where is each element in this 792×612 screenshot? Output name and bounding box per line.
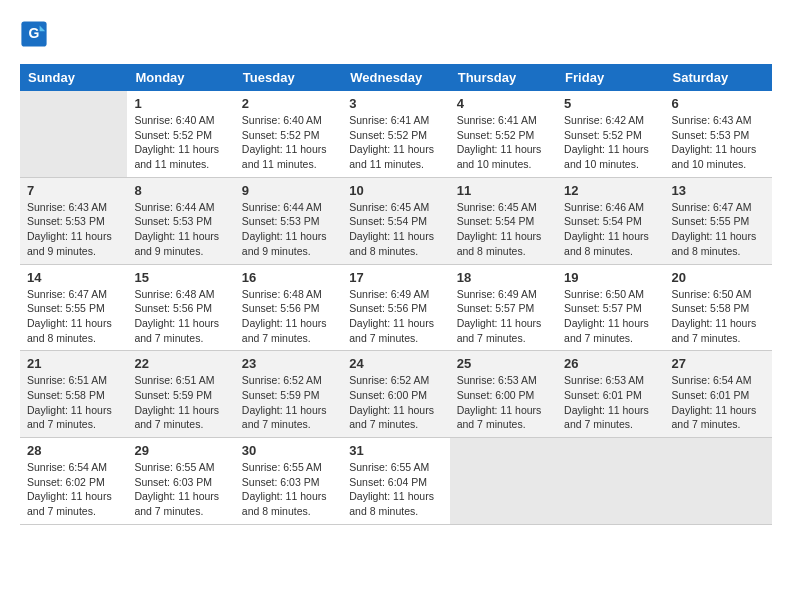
calendar-row-2: 7Sunrise: 6:43 AMSunset: 5:53 PMDaylight… (20, 177, 772, 264)
day-info: Sunrise: 6:55 AMSunset: 6:04 PMDaylight:… (349, 460, 442, 519)
day-number: 19 (564, 270, 657, 285)
day-info: Sunrise: 6:45 AMSunset: 5:54 PMDaylight:… (457, 200, 550, 259)
calendar-cell: 18Sunrise: 6:49 AMSunset: 5:57 PMDayligh… (450, 264, 557, 351)
calendar-cell: 17Sunrise: 6:49 AMSunset: 5:56 PMDayligh… (342, 264, 449, 351)
calendar-cell: 20Sunrise: 6:50 AMSunset: 5:58 PMDayligh… (665, 264, 772, 351)
day-number: 16 (242, 270, 335, 285)
weekday-header-tuesday: Tuesday (235, 64, 342, 91)
day-info: Sunrise: 6:48 AMSunset: 5:56 PMDaylight:… (134, 287, 227, 346)
day-info: Sunrise: 6:42 AMSunset: 5:52 PMDaylight:… (564, 113, 657, 172)
day-info: Sunrise: 6:55 AMSunset: 6:03 PMDaylight:… (242, 460, 335, 519)
day-number: 29 (134, 443, 227, 458)
calendar-cell: 14Sunrise: 6:47 AMSunset: 5:55 PMDayligh… (20, 264, 127, 351)
day-number: 8 (134, 183, 227, 198)
calendar-table: SundayMondayTuesdayWednesdayThursdayFrid… (20, 64, 772, 525)
calendar-cell: 3Sunrise: 6:41 AMSunset: 5:52 PMDaylight… (342, 91, 449, 177)
logo: G (20, 20, 52, 48)
day-info: Sunrise: 6:50 AMSunset: 5:57 PMDaylight:… (564, 287, 657, 346)
day-number: 11 (457, 183, 550, 198)
day-info: Sunrise: 6:54 AMSunset: 6:02 PMDaylight:… (27, 460, 120, 519)
day-number: 12 (564, 183, 657, 198)
day-number: 7 (27, 183, 120, 198)
day-info: Sunrise: 6:44 AMSunset: 5:53 PMDaylight:… (134, 200, 227, 259)
day-info: Sunrise: 6:51 AMSunset: 5:58 PMDaylight:… (27, 373, 120, 432)
calendar-cell: 6Sunrise: 6:43 AMSunset: 5:53 PMDaylight… (665, 91, 772, 177)
day-info: Sunrise: 6:45 AMSunset: 5:54 PMDaylight:… (349, 200, 442, 259)
day-number: 18 (457, 270, 550, 285)
calendar-cell: 25Sunrise: 6:53 AMSunset: 6:00 PMDayligh… (450, 351, 557, 438)
calendar-cell: 16Sunrise: 6:48 AMSunset: 5:56 PMDayligh… (235, 264, 342, 351)
day-number: 27 (672, 356, 765, 371)
day-number: 10 (349, 183, 442, 198)
calendar-cell (665, 438, 772, 525)
calendar-cell: 13Sunrise: 6:47 AMSunset: 5:55 PMDayligh… (665, 177, 772, 264)
page-header: G (20, 20, 772, 48)
day-number: 4 (457, 96, 550, 111)
calendar-row-3: 14Sunrise: 6:47 AMSunset: 5:55 PMDayligh… (20, 264, 772, 351)
calendar-cell: 26Sunrise: 6:53 AMSunset: 6:01 PMDayligh… (557, 351, 664, 438)
day-info: Sunrise: 6:49 AMSunset: 5:57 PMDaylight:… (457, 287, 550, 346)
calendar-cell (20, 91, 127, 177)
day-info: Sunrise: 6:40 AMSunset: 5:52 PMDaylight:… (242, 113, 335, 172)
day-info: Sunrise: 6:54 AMSunset: 6:01 PMDaylight:… (672, 373, 765, 432)
day-info: Sunrise: 6:50 AMSunset: 5:58 PMDaylight:… (672, 287, 765, 346)
day-number: 5 (564, 96, 657, 111)
day-number: 1 (134, 96, 227, 111)
day-number: 3 (349, 96, 442, 111)
day-info: Sunrise: 6:53 AMSunset: 6:00 PMDaylight:… (457, 373, 550, 432)
day-number: 6 (672, 96, 765, 111)
day-info: Sunrise: 6:55 AMSunset: 6:03 PMDaylight:… (134, 460, 227, 519)
day-number: 22 (134, 356, 227, 371)
calendar-cell: 29Sunrise: 6:55 AMSunset: 6:03 PMDayligh… (127, 438, 234, 525)
calendar-cell: 31Sunrise: 6:55 AMSunset: 6:04 PMDayligh… (342, 438, 449, 525)
calendar-cell: 24Sunrise: 6:52 AMSunset: 6:00 PMDayligh… (342, 351, 449, 438)
weekday-header-saturday: Saturday (665, 64, 772, 91)
day-number: 14 (27, 270, 120, 285)
calendar-cell: 10Sunrise: 6:45 AMSunset: 5:54 PMDayligh… (342, 177, 449, 264)
calendar-cell (557, 438, 664, 525)
day-info: Sunrise: 6:41 AMSunset: 5:52 PMDaylight:… (457, 113, 550, 172)
day-number: 24 (349, 356, 442, 371)
day-number: 31 (349, 443, 442, 458)
calendar-cell: 23Sunrise: 6:52 AMSunset: 5:59 PMDayligh… (235, 351, 342, 438)
day-info: Sunrise: 6:46 AMSunset: 5:54 PMDaylight:… (564, 200, 657, 259)
day-info: Sunrise: 6:41 AMSunset: 5:52 PMDaylight:… (349, 113, 442, 172)
day-number: 28 (27, 443, 120, 458)
day-info: Sunrise: 6:52 AMSunset: 6:00 PMDaylight:… (349, 373, 442, 432)
calendar-cell: 27Sunrise: 6:54 AMSunset: 6:01 PMDayligh… (665, 351, 772, 438)
weekday-header-row: SundayMondayTuesdayWednesdayThursdayFrid… (20, 64, 772, 91)
calendar-cell (450, 438, 557, 525)
day-number: 21 (27, 356, 120, 371)
day-number: 26 (564, 356, 657, 371)
calendar-row-1: 1Sunrise: 6:40 AMSunset: 5:52 PMDaylight… (20, 91, 772, 177)
calendar-row-5: 28Sunrise: 6:54 AMSunset: 6:02 PMDayligh… (20, 438, 772, 525)
calendar-cell: 21Sunrise: 6:51 AMSunset: 5:58 PMDayligh… (20, 351, 127, 438)
day-number: 15 (134, 270, 227, 285)
weekday-header-sunday: Sunday (20, 64, 127, 91)
weekday-header-friday: Friday (557, 64, 664, 91)
day-info: Sunrise: 6:40 AMSunset: 5:52 PMDaylight:… (134, 113, 227, 172)
day-number: 13 (672, 183, 765, 198)
day-number: 23 (242, 356, 335, 371)
day-info: Sunrise: 6:43 AMSunset: 5:53 PMDaylight:… (672, 113, 765, 172)
calendar-cell: 5Sunrise: 6:42 AMSunset: 5:52 PMDaylight… (557, 91, 664, 177)
day-info: Sunrise: 6:48 AMSunset: 5:56 PMDaylight:… (242, 287, 335, 346)
weekday-header-wednesday: Wednesday (342, 64, 449, 91)
calendar-cell: 28Sunrise: 6:54 AMSunset: 6:02 PMDayligh… (20, 438, 127, 525)
day-info: Sunrise: 6:43 AMSunset: 5:53 PMDaylight:… (27, 200, 120, 259)
calendar-cell: 4Sunrise: 6:41 AMSunset: 5:52 PMDaylight… (450, 91, 557, 177)
day-number: 25 (457, 356, 550, 371)
day-info: Sunrise: 6:47 AMSunset: 5:55 PMDaylight:… (27, 287, 120, 346)
calendar-cell: 8Sunrise: 6:44 AMSunset: 5:53 PMDaylight… (127, 177, 234, 264)
day-info: Sunrise: 6:53 AMSunset: 6:01 PMDaylight:… (564, 373, 657, 432)
calendar-cell: 12Sunrise: 6:46 AMSunset: 5:54 PMDayligh… (557, 177, 664, 264)
calendar-cell: 1Sunrise: 6:40 AMSunset: 5:52 PMDaylight… (127, 91, 234, 177)
weekday-header-monday: Monday (127, 64, 234, 91)
calendar-cell: 22Sunrise: 6:51 AMSunset: 5:59 PMDayligh… (127, 351, 234, 438)
day-info: Sunrise: 6:52 AMSunset: 5:59 PMDaylight:… (242, 373, 335, 432)
day-info: Sunrise: 6:49 AMSunset: 5:56 PMDaylight:… (349, 287, 442, 346)
day-number: 20 (672, 270, 765, 285)
calendar-cell: 15Sunrise: 6:48 AMSunset: 5:56 PMDayligh… (127, 264, 234, 351)
calendar-cell: 2Sunrise: 6:40 AMSunset: 5:52 PMDaylight… (235, 91, 342, 177)
calendar-cell: 19Sunrise: 6:50 AMSunset: 5:57 PMDayligh… (557, 264, 664, 351)
